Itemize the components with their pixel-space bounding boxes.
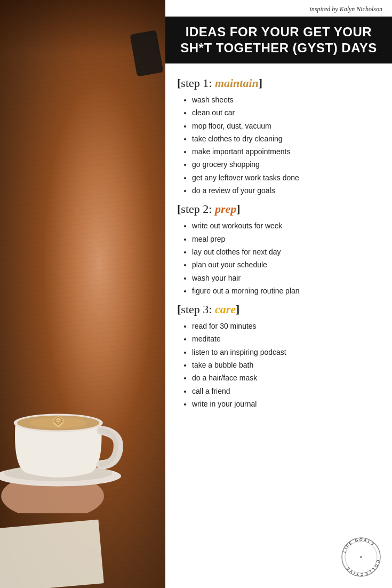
svg-point-10 [360,556,362,558]
list-item: make important appointments [192,146,380,157]
coffee-cup-image [0,330,144,513]
list-item: mop floor, dust, vacuum [192,121,380,131]
step3-header: [step 3: care] [177,303,380,316]
step1-header: [step 1: maintain] [177,76,380,90]
logo-svg: LIFE GOALS COLLECTIVE [340,536,382,578]
list-item: read for 30 minutes [192,321,380,331]
list-item: write out workouts for week [192,220,380,231]
logo-circle: LIFE GOALS COLLECTIVE [340,536,382,578]
list-item: call a friend [192,386,380,396]
photo-background [0,0,165,588]
step1-list: wash sheets clean out car mop floor, dus… [177,94,380,196]
list-item: plan out your schedule [192,259,380,270]
svg-text:COLLECTIVE: COLLECTIVE [345,559,381,577]
list-item: meal prep [192,234,380,244]
list-item: figure out a morning routine plan [192,285,380,296]
list-item: clean out car [192,107,380,118]
step1-name: maintain [215,76,259,90]
page-container: inspired by Kalyn Nicholson IDEAS FOR YO… [0,0,392,588]
step3-list: read for 30 minutes meditate listen to a… [177,321,380,409]
photo-column [0,0,165,588]
content-column: inspired by Kalyn Nicholson IDEAS FOR YO… [165,0,392,588]
list-item: do a hair/face mask [192,372,380,383]
list-item: write in your journal [192,399,380,409]
list-item: take a bubble bath [192,360,380,370]
svg-text:LIFE GOALS: LIFE GOALS [342,537,375,553]
step3-name: care [215,303,236,316]
step2-header: [step 2: prep] [177,202,380,216]
list-item: go grocery shopping [192,159,380,170]
list-item: do a review of your goals [192,185,380,196]
list-item: lay out clothes for next day [192,247,380,257]
list-item: listen to an inspiring podcast [192,347,380,357]
step2-list: write out workouts for week meal prep la… [177,220,380,296]
list-item: get any leftover work tasks done [192,172,380,183]
list-item: wash your hair [192,273,380,283]
notepad-prop [0,520,104,588]
list-item: wash sheets [192,94,380,105]
attribution-text: inspired by Kalyn Nicholson [165,0,392,17]
content-area: [step 1: maintain] wash sheets clean out… [165,63,392,588]
list-item: meditate [192,333,380,344]
title-banner: IDEAS FOR YOUR GET YOUR SH*T TOGETHER (G… [165,17,392,63]
page-title: IDEAS FOR YOUR GET YOUR SH*T TOGETHER (G… [176,24,381,56]
list-item: take clothes to dry cleaning [192,133,380,144]
step2-name: prep [215,202,236,216]
